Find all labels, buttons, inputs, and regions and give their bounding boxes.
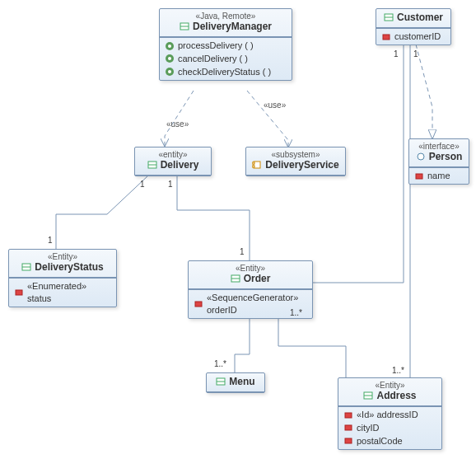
method-icon — [165, 41, 175, 51]
attr-icon — [414, 171, 424, 181]
class-name: DeliveryManager — [193, 21, 272, 32]
attr-icon — [194, 299, 203, 309]
attr-row: «Enumerated» status — [12, 280, 113, 305]
method-row: cancelDelivery ( ) — [163, 53, 288, 65]
class-delivery-status[interactable]: «Entity»DeliveryStatus «Enumerated» stat… — [8, 249, 117, 307]
class-name: Order — [244, 273, 271, 284]
use-label: «use» — [264, 101, 286, 110]
svg-rect-17 — [416, 174, 422, 179]
class-icon — [180, 21, 189, 31]
class-address[interactable]: «Entity»Address «Id» addressID cityID po… — [338, 377, 442, 450]
interface-icon — [416, 152, 426, 162]
multiplicity: 1 — [413, 49, 418, 59]
class-delivery[interactable]: «entity»Delivery — [134, 147, 212, 176]
component-icon — [252, 160, 262, 170]
class-icon — [384, 12, 394, 22]
svg-rect-14 — [252, 162, 254, 164]
class-icon — [231, 274, 240, 283]
class-name: Address — [376, 390, 416, 401]
attr-icon — [343, 423, 353, 433]
methods-section: processDelivery ( ) cancelDelivery ( ) c… — [160, 37, 292, 80]
attr-icon — [14, 288, 24, 297]
class-customer[interactable]: Customer customerID — [376, 8, 451, 45]
class-delivery-manager[interactable]: «Java, Remote» DeliveryManager processDe… — [159, 8, 292, 81]
use-label: «use» — [166, 119, 189, 129]
class-person[interactable]: «interface»Person name — [408, 138, 469, 185]
svg-rect-23 — [195, 302, 202, 307]
multiplicity: 1 — [140, 180, 145, 189]
method-icon — [165, 54, 175, 63]
class-name: Menu — [229, 376, 254, 387]
class-menu[interactable]: Menu — [206, 372, 265, 393]
attr-row: name — [413, 170, 465, 182]
class-name: Person — [429, 151, 463, 162]
svg-rect-28 — [345, 413, 352, 418]
class-header: «Java, Remote» DeliveryManager — [160, 9, 292, 37]
multiplicity: 1..* — [214, 359, 226, 368]
class-name: Customer — [397, 12, 443, 23]
svg-point-3 — [168, 44, 171, 48]
attr-icon — [343, 436, 353, 446]
class-icon — [21, 262, 31, 272]
multiplicity: 1..* — [290, 308, 302, 317]
svg-point-16 — [418, 153, 424, 160]
class-name: DeliveryService — [265, 159, 338, 171]
attr-icon — [343, 410, 353, 420]
multiplicity: 1 — [48, 236, 53, 245]
svg-rect-30 — [345, 438, 352, 443]
svg-rect-20 — [16, 290, 22, 295]
attr-row: postalCode — [342, 435, 438, 447]
method-row: processDelivery ( ) — [163, 40, 288, 52]
multiplicity: 1 — [394, 49, 399, 59]
svg-rect-15 — [252, 166, 254, 167]
svg-rect-10 — [383, 35, 390, 40]
multiplicity: 1 — [240, 247, 245, 256]
class-icon — [147, 160, 157, 170]
attr-row: customerID — [380, 30, 447, 43]
class-delivery-service[interactable]: «subsystem»DeliveryService — [245, 147, 346, 176]
uml-canvas: «Java, Remote» DeliveryManager processDe… — [0, 0, 476, 473]
method-row: checkDeliveryStatus ( ) — [163, 66, 288, 78]
class-icon — [216, 377, 226, 386]
class-name: Delivery — [161, 159, 199, 171]
class-icon — [363, 391, 373, 400]
multiplicity: 1 — [168, 180, 173, 189]
attr-row: cityID — [342, 422, 438, 434]
multiplicity: 1..* — [392, 366, 404, 375]
attr-icon — [381, 32, 391, 42]
svg-rect-29 — [345, 425, 352, 430]
stereotype-label: «Java, Remote» — [165, 12, 287, 21]
svg-point-7 — [168, 70, 171, 73]
svg-point-5 — [168, 57, 171, 60]
class-name: DeliveryStatus — [35, 261, 103, 273]
attr-row: «Id» addressID — [342, 409, 438, 421]
method-icon — [165, 67, 175, 77]
